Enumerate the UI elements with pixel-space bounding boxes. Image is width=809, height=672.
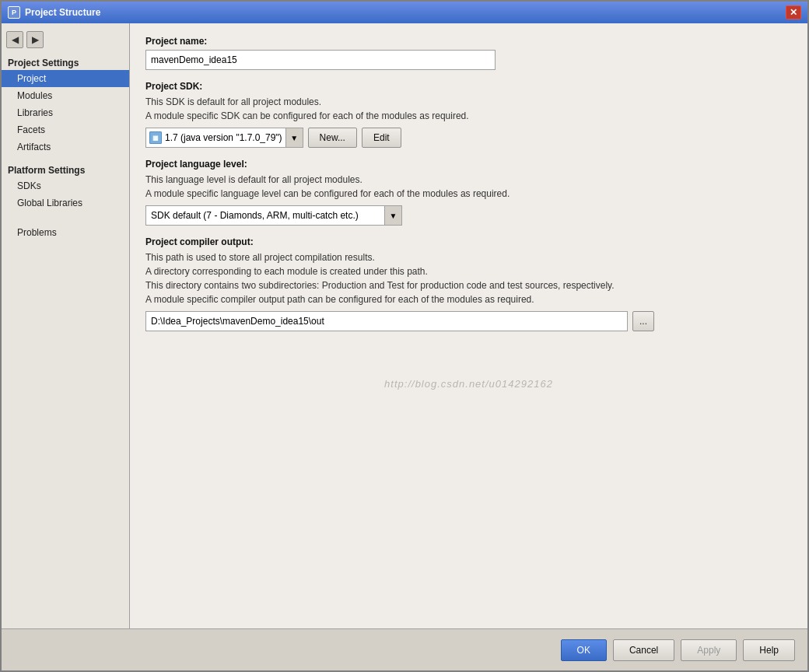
- project-name-input[interactable]: [145, 50, 496, 70]
- forward-button[interactable]: ▶: [26, 31, 44, 48]
- window-icon: P: [8, 6, 20, 19]
- sdk-dropdown-arrow[interactable]: ▼: [285, 128, 303, 147]
- window-title: Project Structure: [25, 7, 786, 18]
- apply-button[interactable]: Apply: [681, 639, 737, 661]
- browse-button[interactable]: ...: [632, 311, 654, 331]
- cancel-button[interactable]: Cancel: [613, 639, 674, 661]
- sidebar-item-artifacts[interactable]: Artifacts: [2, 138, 129, 156]
- compiler-output-row: ...: [145, 311, 792, 331]
- sdk-desc: This SDK is default for all project modu…: [145, 95, 792, 123]
- sidebar-item-modules[interactable]: Modules: [2, 87, 129, 104]
- lang-dropdown-arrow[interactable]: ▼: [384, 206, 401, 225]
- main-content: Project name: Project SDK: This SDK is d…: [130, 23, 807, 628]
- bottom-bar: OK Cancel Apply Help: [2, 628, 807, 670]
- project-name-label: Project name:: [145, 36, 792, 47]
- nav-buttons: ◀ ▶: [2, 28, 129, 54]
- sidebar-item-facets[interactable]: Facets: [2, 121, 129, 138]
- close-button[interactable]: ✕: [786, 5, 801, 19]
- ok-button[interactable]: OK: [561, 639, 607, 661]
- platform-settings-header: Platform Settings: [2, 162, 129, 177]
- content-area: ◀ ▶ Project Settings Project Modules Lib…: [2, 23, 807, 628]
- watermark: http://blog.csdn.net/u014292162: [145, 378, 792, 390]
- project-lang-label: Project language level:: [145, 159, 792, 170]
- sidebar-item-sdks[interactable]: SDKs: [2, 177, 129, 194]
- title-bar: P Project Structure ✕: [2, 2, 807, 23]
- help-button[interactable]: Help: [743, 639, 795, 661]
- sdk-row: ▦ 1.7 (java version "1.7.0_79") ▼ New...…: [145, 128, 792, 148]
- compiler-output-label: Project compiler output:: [145, 236, 792, 247]
- sdk-new-button[interactable]: New...: [308, 128, 357, 148]
- sidebar: ◀ ▶ Project Settings Project Modules Lib…: [2, 23, 130, 628]
- sdk-edit-button[interactable]: Edit: [362, 128, 401, 148]
- compiler-desc: This path is used to store all project c…: [145, 250, 792, 306]
- sdk-dropdown[interactable]: ▦ 1.7 (java version "1.7.0_79") ▼: [145, 128, 303, 148]
- back-button[interactable]: ◀: [6, 31, 23, 48]
- sdk-icon: ▦: [149, 131, 162, 144]
- sidebar-item-project[interactable]: Project: [2, 70, 129, 87]
- lang-desc: This language level is default for all p…: [145, 173, 792, 201]
- project-sdk-label: Project SDK:: [145, 81, 792, 92]
- compiler-path-input[interactable]: [145, 311, 628, 331]
- sidebar-item-libraries[interactable]: Libraries: [2, 104, 129, 121]
- sidebar-item-global-libraries[interactable]: Global Libraries: [2, 194, 129, 212]
- project-settings-header: Project Settings: [2, 54, 129, 70]
- main-window: P Project Structure ✕ ◀ ▶ Project Settin…: [0, 0, 809, 672]
- sidebar-item-problems[interactable]: Problems: [2, 224, 129, 241]
- lang-dropdown[interactable]: SDK default (7 - Diamonds, ARM, multi-ca…: [145, 205, 402, 226]
